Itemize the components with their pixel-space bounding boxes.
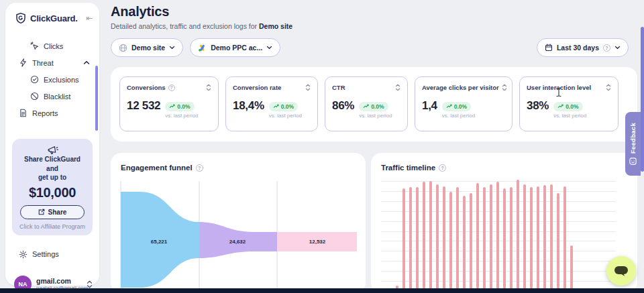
traffic-bar [429, 181, 432, 289]
site-filter-dropdown[interactable]: Demo site [111, 38, 183, 57]
trend-up-icon [446, 104, 452, 109]
sidebar-item-blacklist[interactable]: Blacklist [5, 88, 99, 105]
chevron-up-icon[interactable] [83, 60, 90, 65]
click-cursor-icon [30, 42, 39, 50]
sidebar-item-threat[interactable]: Threat [5, 54, 99, 71]
sort-metric-icon[interactable] [606, 84, 611, 91]
chevron-down-icon [169, 46, 175, 50]
ban-icon [30, 92, 39, 101]
traffic-bar [530, 187, 533, 289]
page-subtitle-site: Demo site [259, 22, 292, 30]
stat-value: 1,4 [422, 99, 437, 113]
sidebar-item-label: Blacklist [44, 93, 70, 101]
promo-text-line2: get up to [17, 173, 87, 182]
stats-panel: Conversions ? 12 532 0.0% vs. last perio… [111, 67, 637, 141]
smiley-icon [629, 158, 637, 165]
stat-label: CTR [332, 84, 345, 91]
date-range-dropdown[interactable]: Last 30 days ? [537, 38, 629, 57]
sort-metric-icon[interactable] [502, 84, 507, 91]
funnel-chart: 65,221 24,632 12,532 [119, 178, 357, 291]
lightning-icon [19, 58, 28, 67]
sort-metric-icon[interactable] [305, 84, 311, 91]
traffic-bar [550, 184, 553, 289]
trend-up-icon [273, 104, 279, 109]
globe-icon [119, 44, 127, 52]
funnel-value-label: 24,632 [229, 239, 246, 245]
trend-badge: 0.0% [165, 102, 194, 111]
trend-badge: 0.0% [359, 102, 388, 111]
traffic-bar [463, 196, 466, 289]
stat-value: 86% [332, 99, 354, 113]
chat-launcher-button[interactable] [606, 256, 636, 286]
affiliate-promo-card[interactable]: Share ClickGuard and get up to $10,000 S… [12, 139, 93, 235]
account-name: gmail.com [36, 277, 82, 286]
share-button[interactable]: Share [20, 205, 85, 219]
timeline-title: Traffic timeline [381, 164, 435, 172]
traffic-bar [543, 185, 546, 289]
stat-value: 18,4% [233, 99, 264, 113]
traffic-bar [523, 184, 526, 289]
trend-up-icon [169, 104, 175, 109]
info-circle-icon: ? [603, 44, 610, 52]
feedback-label: Feedback [629, 123, 637, 154]
stat-value: 38% [527, 99, 549, 113]
trend-badge: 0.0% [442, 102, 471, 111]
funnel-value-label: 65,221 [151, 239, 168, 245]
sidebar-scrollbar-thumb[interactable] [95, 66, 98, 131]
sidebar-item-settings[interactable]: Settings [5, 250, 99, 259]
trend-up-icon [557, 104, 564, 109]
funnel-value-label: 12,532 [309, 239, 326, 245]
info-circle-icon: ? [196, 164, 203, 172]
page-subtitle: Detailed analytics, traffic and exclusio… [111, 22, 292, 30]
megaphone-icon [17, 145, 87, 155]
traffic-bar [443, 186, 445, 289]
trend-caption: vs. last period [442, 113, 475, 119]
trend-badge: 0.0% [553, 102, 582, 111]
traffic-timeline-panel: Traffic timeline ? [371, 153, 637, 293]
promo-text-line1: Share ClickGuard and [17, 155, 87, 173]
sidebar-item-clicks[interactable]: Clicks [5, 38, 99, 54]
stat-card-conversion-rate: Conversion rate 18,4% 0.0% vs. last peri… [225, 76, 318, 131]
traffic-bar [490, 184, 492, 289]
page-scrollbar-thumb[interactable] [641, 27, 644, 172]
traffic-bars [396, 180, 573, 289]
sidebar-item-label: Threat [32, 59, 54, 67]
sidebar-item-label: Exclusions [44, 76, 79, 84]
sort-metric-icon[interactable] [395, 84, 400, 91]
filter-pills: Demo site Demo PPC ac... [111, 38, 280, 57]
brand-name: ClickGuard. [30, 13, 83, 23]
main-content: Analytics Detailed analytics, traffic an… [111, 0, 637, 293]
chevron-down-icon [266, 46, 272, 50]
feedback-tab[interactable]: Feedback [625, 112, 641, 176]
stat-card-ctr: CTR 86% 0.0% vs. last period [325, 76, 408, 131]
sidebar-collapse-icon[interactable]: ⇤ [86, 13, 93, 23]
trend-caption: vs. last period [553, 113, 586, 119]
logo-row: ClickGuard. ⇤ [5, 3, 99, 28]
info-circle-icon: ? [439, 164, 446, 172]
ppc-account-filter-value: Demo PPC ac... [211, 44, 262, 52]
traffic-bar [564, 186, 566, 289]
traffic-bar [517, 180, 519, 289]
sidebar-item-reports[interactable]: Reports [5, 105, 99, 121]
ppc-account-filter-dropdown[interactable]: Demo PPC ac... [190, 38, 280, 57]
traffic-bar [423, 182, 425, 289]
stat-card-conversions: Conversions ? 12 532 0.0% vs. last perio… [119, 76, 219, 131]
traffic-bar [416, 187, 419, 289]
stat-label: Conversion rate [233, 84, 281, 91]
text-cursor [555, 87, 562, 97]
traffic-bar [449, 192, 452, 289]
stat-value: 12 532 [127, 99, 160, 113]
sidebar-item-exclusions[interactable]: Exclusions [5, 71, 99, 88]
trend-up-icon [363, 104, 369, 109]
sidebar-item-label: Clicks [44, 42, 63, 50]
chevron-down-icon [614, 46, 621, 50]
sort-metric-icon[interactable] [206, 84, 211, 91]
traffic-bar [470, 193, 472, 289]
stat-label: Average clicks per visitor [422, 84, 499, 91]
clickguard-shield-logo-icon [15, 12, 27, 24]
gear-icon [19, 250, 28, 259]
report-file-icon [19, 109, 28, 117]
traffic-bar [402, 188, 405, 289]
trend-badge: 0.0% [269, 102, 298, 111]
sidebar-item-label: Reports [32, 109, 58, 117]
